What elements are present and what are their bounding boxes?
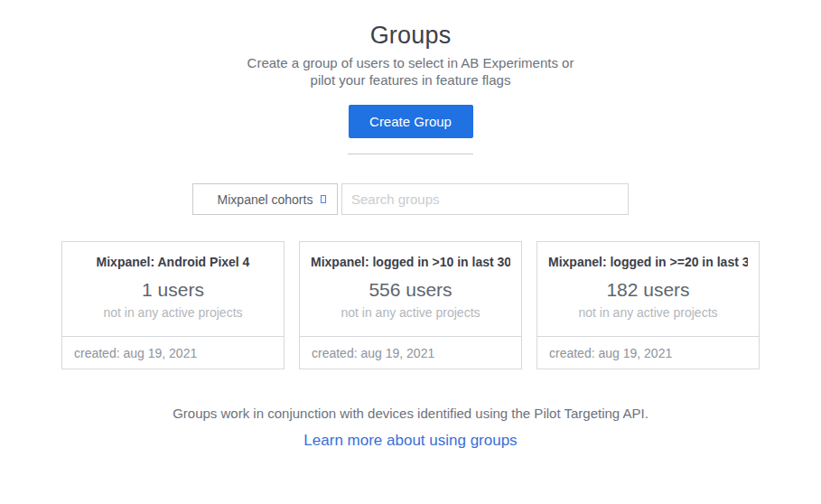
group-card-body: Mixpanel: logged in >=20 in last 30... 1… (537, 242, 759, 336)
group-card[interactable]: Mixpanel: logged in >10 in last 30 ... 5… (299, 241, 522, 369)
cohort-source-dropdown-value: Mixpanel cohorts (218, 192, 313, 207)
groups-page: Groups Create a group of users to select… (0, 0, 821, 504)
search-groups-input[interactable] (341, 183, 629, 215)
group-card[interactable]: Mixpanel: Android Pixel 4 1 users not in… (61, 241, 285, 369)
group-card-created-date: created: aug 19, 2021 (537, 336, 759, 369)
learn-more-link[interactable]: Learn more about using groups (303, 432, 517, 450)
group-card-title: Mixpanel: logged in >=20 in last 30... (548, 255, 748, 269)
create-group-button[interactable]: Create Group (349, 105, 473, 138)
cohort-source-dropdown[interactable]: Mixpanel cohorts (192, 183, 338, 215)
group-card-status: not in any active projects (548, 305, 748, 320)
page-title: Groups (370, 22, 452, 50)
dropdown-indicator-icon (321, 195, 326, 203)
subtitle-line-1: Create a group of users to select in AB … (247, 54, 574, 71)
group-cards-row: Mixpanel: Android Pixel 4 1 users not in… (61, 241, 760, 369)
group-card-user-count: 1 users (73, 279, 273, 301)
page-subtitle: Create a group of users to select in AB … (247, 54, 574, 89)
group-card-status: not in any active projects (311, 305, 510, 320)
subtitle-line-2: pilot your features in feature flags (247, 71, 574, 89)
group-card-created-date: created: aug 19, 2021 (300, 336, 521, 369)
group-card[interactable]: Mixpanel: logged in >=20 in last 30... 1… (536, 241, 760, 369)
group-card-status: not in any active projects (73, 305, 273, 320)
pilot-targeting-note: Groups work in conjunction with devices … (173, 406, 648, 421)
group-card-created-date: created: aug 19, 2021 (62, 336, 284, 369)
group-card-user-count: 556 users (311, 279, 510, 301)
group-card-body: Mixpanel: Android Pixel 4 1 users not in… (62, 242, 284, 336)
group-card-title: Mixpanel: Android Pixel 4 (73, 255, 273, 269)
group-card-user-count: 182 users (548, 279, 748, 301)
section-divider (348, 154, 473, 154)
group-card-title: Mixpanel: logged in >10 in last 30 ... (311, 255, 510, 269)
group-card-body: Mixpanel: logged in >10 in last 30 ... 5… (300, 242, 521, 336)
filter-controls: Mixpanel cohorts (192, 183, 629, 215)
